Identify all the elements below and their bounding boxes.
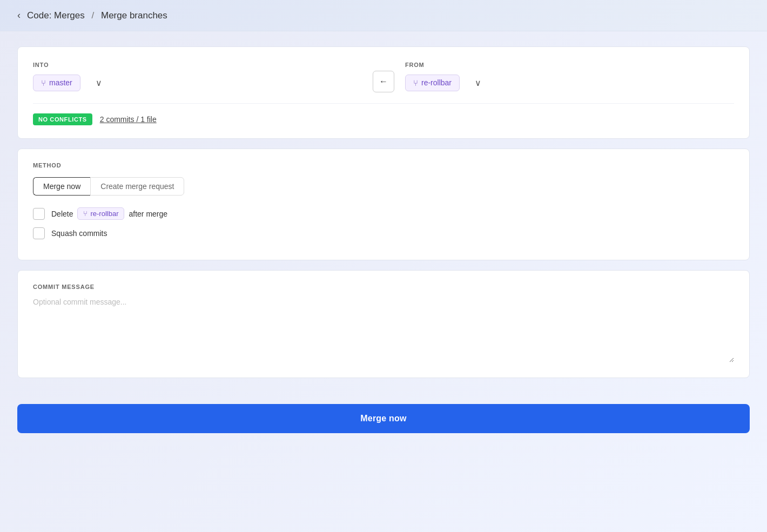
- from-row: ⑂ re-rollbar ∨: [405, 75, 486, 91]
- from-label: FROM: [405, 62, 425, 68]
- method-card: METHOD Merge now Create merge request De…: [17, 149, 750, 260]
- into-branch-pill[interactable]: ⑂ master: [33, 75, 80, 91]
- delete-branch-name: re-rollbar: [90, 210, 118, 218]
- arrow-center: ←: [362, 71, 405, 92]
- commit-message-label: COMMIT MESSAGE: [33, 284, 734, 290]
- left-arrow-icon: ←: [379, 77, 388, 86]
- tab-merge-now[interactable]: Merge now: [33, 177, 90, 196]
- breadcrumb-separator: /: [92, 10, 95, 21]
- tab-create-merge-request[interactable]: Create merge request: [90, 177, 184, 196]
- commit-message-input[interactable]: [33, 298, 734, 362]
- squash-commits-label: Squash commits: [51, 229, 107, 238]
- swap-branches-button[interactable]: ←: [373, 71, 394, 92]
- breadcrumb-parent[interactable]: Code: Merges: [27, 10, 85, 21]
- delete-post-text: after merge: [129, 210, 167, 218]
- into-branch-name: master: [49, 78, 72, 87]
- method-tabs: Merge now Create merge request: [33, 177, 734, 196]
- status-row: NO CONFLICTS 2 commits / 1 file: [33, 103, 734, 125]
- into-branch-dropdown[interactable]: ∨: [91, 76, 106, 90]
- delete-branch-pill: ⑂ re-rollbar: [77, 207, 124, 220]
- into-section: INTO ⑂ master ∨: [33, 62, 362, 91]
- main-content: INTO ⑂ master ∨ ← FROM: [0, 31, 767, 393]
- branch-icon-delete: ⑂: [83, 210, 88, 218]
- delete-branch-checkbox[interactable]: [33, 208, 45, 220]
- merge-now-button[interactable]: Merge now: [17, 404, 750, 433]
- branch-icon-into: ⑂: [41, 78, 46, 87]
- page-header: ‹ Code: Merges / Merge branches: [0, 0, 767, 31]
- into-label: INTO: [33, 62, 362, 68]
- back-button[interactable]: ‹: [17, 10, 21, 21]
- squash-commits-row: Squash commits: [33, 227, 734, 239]
- back-icon: ‹: [17, 10, 21, 21]
- breadcrumb: Code: Merges / Merge branches: [27, 10, 167, 21]
- squash-commits-checkbox[interactable]: [33, 227, 45, 239]
- from-branch-name: re-rollbar: [421, 78, 452, 87]
- method-section-label: METHOD: [33, 162, 734, 169]
- squash-label-text: Squash commits: [51, 229, 107, 238]
- no-conflicts-badge: NO CONFLICTS: [33, 113, 92, 125]
- breadcrumb-current: Merge branches: [101, 10, 167, 21]
- from-branch-dropdown[interactable]: ∨: [470, 76, 486, 90]
- from-branch-pill[interactable]: ⑂ re-rollbar: [405, 75, 460, 91]
- commit-message-card: COMMIT MESSAGE: [17, 270, 750, 378]
- from-section: FROM ⑂ re-rollbar ∨: [405, 62, 734, 91]
- merge-button-container: Merge now: [0, 393, 767, 444]
- delete-branch-row: Delete ⑂ re-rollbar after merge: [33, 207, 734, 220]
- delete-branch-label: Delete ⑂ re-rollbar after merge: [51, 207, 167, 220]
- branch-selector-card: INTO ⑂ master ∨ ← FROM: [17, 46, 750, 139]
- branch-icon-from: ⑂: [413, 78, 418, 87]
- branch-selector-row: INTO ⑂ master ∨ ← FROM: [33, 60, 734, 92]
- commits-info[interactable]: 2 commits / 1 file: [100, 115, 157, 124]
- delete-pre-text: Delete: [51, 210, 73, 218]
